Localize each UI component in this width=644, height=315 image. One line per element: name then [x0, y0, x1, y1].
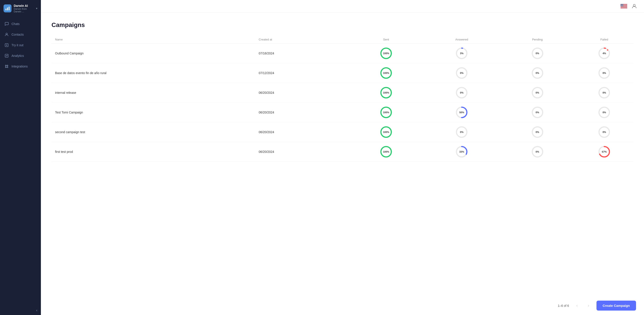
sidebar-item-analytics[interactable]: Analytics [0, 51, 41, 61]
campaign-sent: 100% [348, 83, 424, 103]
campaign-name: Outbound Campaign [52, 44, 255, 63]
pagination-prev-button[interactable]: ‹ [574, 302, 580, 309]
sidebar: Darwin AI Darwin from Darwin ... ▾ Chats… [0, 0, 41, 315]
svg-rect-1 [7, 8, 8, 11]
campaigns-content: Campaigns Name Created at Sent Answered … [41, 13, 644, 315]
bottom-bar: 1–6 of 6 ‹ › Create Campaign [41, 296, 644, 315]
table-row[interactable]: Outbound Campaign 07/16/2024 100% 3% 0% [52, 44, 634, 63]
col-header-sent: Sent [348, 36, 424, 44]
campaign-created: 06/20/2024 [255, 83, 348, 103]
sidebar-item-try-it-out[interactable]: Try it out [0, 40, 41, 51]
svg-point-8 [5, 67, 6, 68]
pagination-info: 1–6 of 6 [558, 304, 569, 307]
campaign-pending: 0% [500, 44, 575, 63]
campaign-pending: 0% [500, 63, 575, 83]
col-header-failed: Failed [575, 36, 634, 44]
campaign-sent: 100% [348, 63, 424, 83]
campaign-failed: 0% [575, 83, 634, 103]
contacts-icon [4, 32, 9, 37]
campaign-name: Test Tomi Campaign [52, 103, 255, 122]
campaign-created: 06/20/2024 [255, 142, 348, 162]
collapse-icon: ‹ [36, 308, 37, 312]
analytics-icon [4, 54, 9, 58]
table-row[interactable]: second campaign test 06/20/2024 100% 0% … [52, 122, 634, 142]
language-flag[interactable]: ★★★★★ ★★★★★★ ★★★★★ ★★★★★★ ★★★★★ [620, 4, 627, 9]
col-header-created: Created at [255, 36, 348, 44]
campaign-failed: 67% [575, 142, 634, 162]
main-content: ★★★★★ ★★★★★★ ★★★★★ ★★★★★★ ★★★★★ Campaign… [41, 0, 644, 315]
col-header-name: Name [52, 36, 255, 44]
campaign-name: internal release [52, 83, 255, 103]
campaign-sent: 100% [348, 122, 424, 142]
integrations-icon [4, 64, 9, 69]
sidebar-header[interactable]: Darwin AI Darwin from Darwin ... ▾ [0, 0, 41, 17]
svg-rect-0 [6, 9, 6, 11]
svg-point-45 [634, 5, 636, 7]
svg-rect-2 [8, 7, 10, 11]
campaign-created: 06/20/2024 [255, 122, 348, 142]
topbar: ★★★★★ ★★★★★★ ★★★★★ ★★★★★★ ★★★★★ [41, 0, 644, 13]
campaign-answered: 3% [424, 44, 500, 63]
campaign-failed: 0% [575, 122, 634, 142]
campaign-pending: 0% [500, 83, 575, 103]
campaign-answered: 50% [424, 103, 500, 122]
table-row[interactable]: Base de datos evento fin de año rural 07… [52, 63, 634, 83]
campaign-name: Base de datos evento fin de año rural [52, 63, 255, 83]
sidebar-item-chats[interactable]: Chats [0, 19, 41, 29]
campaign-sent: 100% [348, 44, 424, 63]
svg-text:★: ★ [622, 6, 623, 7]
sidebar-item-integrations[interactable]: Integrations [0, 61, 41, 72]
campaign-sent: 100% [348, 142, 424, 162]
sidebar-analytics-label: Analytics [12, 54, 24, 58]
campaign-answered: 33% [424, 142, 500, 162]
create-campaign-button[interactable]: Create Campaign [596, 301, 636, 310]
svg-point-7 [7, 65, 8, 66]
campaign-sent: 100% [348, 103, 424, 122]
app-name: Darwin AI [14, 4, 34, 8]
sidebar-item-contacts[interactable]: Contacts [0, 29, 41, 40]
campaign-pending: 0% [500, 103, 575, 122]
campaign-answered: 0% [424, 122, 500, 142]
table-row[interactable]: first test prod 06/20/2024 100% 33% 0% [52, 142, 634, 162]
sidebar-dropdown-icon: ▾ [36, 7, 37, 10]
svg-point-6 [5, 65, 6, 66]
col-header-answered: Answered [424, 36, 500, 44]
sidebar-collapse-button[interactable]: ‹ [0, 306, 41, 315]
svg-rect-15 [620, 7, 627, 8]
campaign-pending: 0% [500, 142, 575, 162]
campaign-created: 06/20/2024 [255, 103, 348, 122]
app-subtitle: Darwin from Darwin ... [14, 8, 34, 13]
campaigns-table: Name Created at Sent Answered Pending Fa… [52, 36, 634, 162]
col-header-pending: Pending [500, 36, 575, 44]
page-title: Campaigns [52, 22, 634, 29]
campaign-created: 07/16/2024 [255, 44, 348, 63]
table-row[interactable]: internal release 06/20/2024 100% 0% 0% [52, 83, 634, 103]
svg-rect-14 [620, 7, 627, 7]
campaign-failed: 4% [575, 44, 634, 63]
table-row[interactable]: Test Tomi Campaign 06/20/2024 100% 50% 0… [52, 103, 634, 122]
svg-rect-16 [620, 8, 627, 8]
pagination-next-button[interactable]: › [585, 302, 592, 309]
app-logo [4, 5, 12, 13]
campaign-failed: 0% [575, 103, 634, 122]
campaign-answered: 0% [424, 63, 500, 83]
user-avatar-button[interactable] [631, 3, 638, 10]
campaign-name: first test prod [52, 142, 255, 162]
campaign-answered: 0% [424, 83, 500, 103]
chat-icon [4, 22, 9, 26]
sidebar-contacts-label: Contacts [12, 33, 24, 36]
app-title-block: Darwin AI Darwin from Darwin ... [14, 4, 34, 13]
try-icon [4, 43, 9, 47]
campaign-failed: 0% [575, 63, 634, 83]
sidebar-chats-label: Chats [12, 22, 20, 26]
sidebar-integrations-label: Integrations [12, 65, 28, 68]
campaign-name: second campaign test [52, 122, 255, 142]
svg-point-9 [7, 67, 8, 68]
svg-point-3 [6, 33, 8, 35]
sidebar-try-label: Try it out [12, 43, 24, 47]
campaign-created: 07/12/2024 [255, 63, 348, 83]
campaign-pending: 0% [500, 122, 575, 142]
sidebar-nav: Chats Contacts Try it out [0, 17, 41, 306]
